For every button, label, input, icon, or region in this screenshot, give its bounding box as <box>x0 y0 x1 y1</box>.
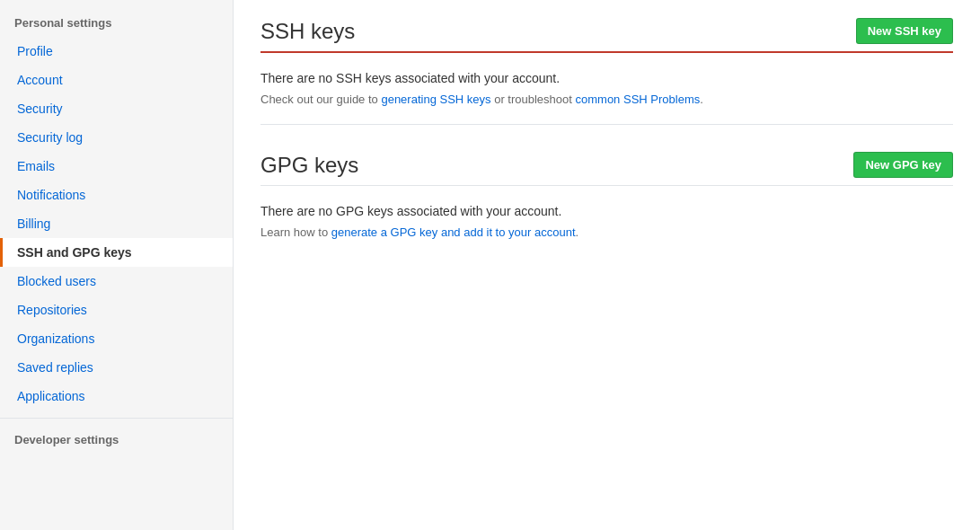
gpg-no-keys-message: There are no GPG keys associated with yo… <box>260 204 953 218</box>
sidebar-item-emails[interactable]: Emails <box>0 152 233 181</box>
gpg-section-body: There are no GPG keys associated with yo… <box>260 193 953 239</box>
sidebar-item-organizations[interactable]: Organizations <box>0 324 233 353</box>
ssh-section-header: SSH keys New SSH key <box>260 18 953 53</box>
sidebar-item-saved-replies[interactable]: Saved replies <box>0 353 233 382</box>
sidebar-item-security-log[interactable]: Security log <box>0 123 233 152</box>
gpg-help-suffix: . <box>576 225 579 239</box>
ssh-keys-section: SSH keys New SSH key There are no SSH ke… <box>260 18 953 125</box>
gpg-generate-link[interactable]: generate a GPG key and add it to your ac… <box>331 225 576 239</box>
gpg-section-header: GPG keys New GPG key <box>260 152 953 186</box>
personal-settings-header: Personal settings <box>0 9 233 37</box>
sidebar-item-repositories[interactable]: Repositories <box>0 296 233 324</box>
sidebar-item-security[interactable]: Security <box>0 94 233 123</box>
sidebar-item-applications[interactable]: Applications <box>0 382 233 411</box>
sidebar-item-profile[interactable]: Profile <box>0 37 233 66</box>
new-gpg-key-button[interactable]: New GPG key <box>853 152 953 178</box>
sidebar-item-blocked-users[interactable]: Blocked users <box>0 267 233 296</box>
gpg-help-text: Learn how to generate a GPG key and add … <box>260 225 953 239</box>
gpg-help-prefix: Learn how to <box>260 225 331 239</box>
sidebar-item-billing[interactable]: Billing <box>0 209 233 238</box>
sidebar-item-notifications[interactable]: Notifications <box>0 181 233 209</box>
ssh-help-prefix: Check out our guide to <box>260 93 381 106</box>
main-content: SSH keys New SSH key There are no SSH ke… <box>234 0 980 530</box>
ssh-problems-link[interactable]: common SSH Problems <box>576 93 701 106</box>
new-ssh-key-button[interactable]: New SSH key <box>856 18 953 44</box>
gpg-keys-section: GPG keys New GPG key There are no GPG ke… <box>260 152 953 257</box>
sidebar: Personal settings Profile Account Securi… <box>0 0 234 530</box>
ssh-help-text: Check out our guide to generating SSH ke… <box>260 93 953 106</box>
ssh-generating-link[interactable]: generating SSH keys <box>381 93 490 106</box>
sidebar-item-ssh-gpg-keys[interactable]: SSH and GPG keys <box>0 238 233 267</box>
ssh-section-body: There are no SSH keys associated with yo… <box>260 60 953 106</box>
sidebar-item-account[interactable]: Account <box>0 66 233 94</box>
gpg-section-title: GPG keys <box>260 153 358 178</box>
ssh-section-title: SSH keys <box>260 19 355 44</box>
ssh-help-middle: or troubleshoot <box>491 93 576 106</box>
sidebar-divider <box>0 418 233 419</box>
ssh-no-keys-message: There are no SSH keys associated with yo… <box>260 71 953 85</box>
developer-settings-header: Developer settings <box>0 426 233 454</box>
ssh-help-suffix: . <box>700 93 703 106</box>
